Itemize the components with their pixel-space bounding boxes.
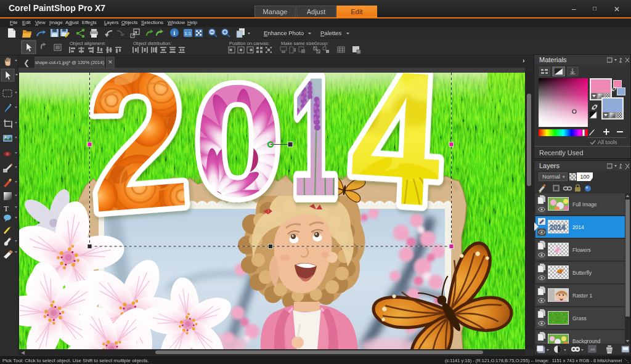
svg-text:2014: 2014 <box>550 224 566 231</box>
svg-text:Group:: Group: <box>314 41 328 46</box>
svg-text:Object distribution:: Object distribution: <box>133 41 171 46</box>
svg-text:T: T <box>4 204 9 213</box>
svg-text:1:1: 1:1 <box>184 31 192 36</box>
svg-text:Palettes: Palettes <box>320 30 342 36</box>
svg-text:Object alignment:: Object alignment: <box>70 41 105 46</box>
svg-text:Make same size:: Make same size: <box>281 41 316 46</box>
svg-text:Position on canvas:: Position on canvas: <box>229 41 269 46</box>
svg-text:Enhance Photo: Enhance Photo <box>264 30 304 36</box>
svg-text:i: i <box>174 30 176 36</box>
